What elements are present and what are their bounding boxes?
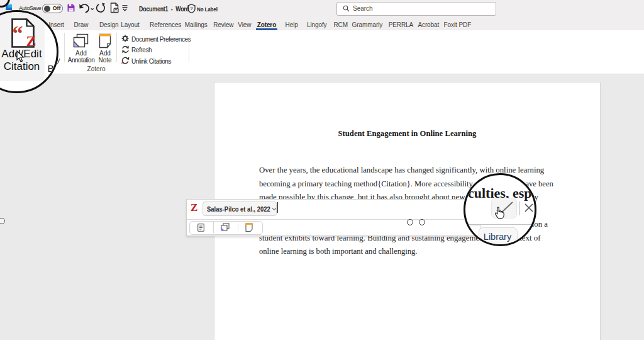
svg-text:?: ? <box>190 6 193 11</box>
